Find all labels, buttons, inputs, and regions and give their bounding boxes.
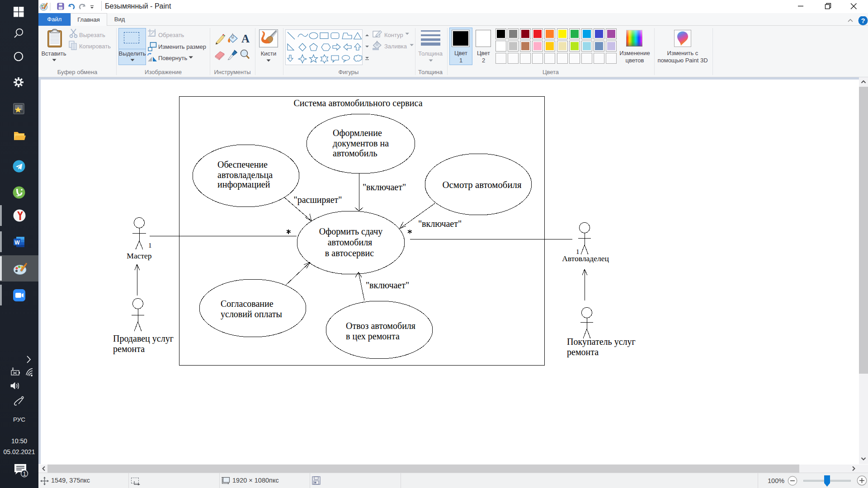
svg-text:"включает": "включает" (418, 219, 462, 229)
svg-text:"включает": "включает" (366, 280, 409, 290)
svg-text:в цех ремонта: в цех ремонта (346, 331, 400, 342)
svg-text:Покупатель услуг: Покупатель услуг (567, 337, 636, 347)
svg-text:ремонта: ремонта (113, 344, 145, 354)
svg-text:автовладельца: автовладельца (217, 170, 273, 180)
svg-text:Мастер: Мастер (127, 251, 152, 260)
svg-text:Согласование: Согласование (221, 299, 274, 309)
svg-text:условий оплаты: условий оплаты (221, 309, 282, 319)
svg-text:Продавец услуг: Продавец услуг (113, 333, 174, 344)
svg-text:Отвоз автомобиля: Отвоз автомобиля (346, 321, 415, 331)
svg-text:в автосервис: в автосервис (325, 248, 374, 258)
svg-text:1: 1 (148, 242, 152, 249)
svg-text:Оформить сдачу: Оформить сдачу (319, 226, 383, 237)
svg-text:"расширяет": "расширяет" (293, 195, 342, 205)
svg-text:ремонта: ремонта (567, 347, 599, 357)
svg-text:информацией: информацией (217, 179, 270, 190)
svg-text:Оформление: Оформление (333, 128, 382, 138)
svg-text:автомобиль: автомобиль (333, 148, 377, 158)
svg-text:Система автомобильного сервиса: Система автомобильного сервиса (293, 98, 422, 108)
svg-text:Автовладелец: Автовладелец (562, 254, 609, 263)
svg-text:автомобиля: автомобиля (328, 237, 373, 247)
svg-text:Обеспечение: Обеспечение (217, 160, 268, 169)
svg-text:документов на: документов на (333, 138, 389, 149)
svg-text:"включает": "включает" (363, 182, 406, 192)
svg-text:Осмотр автомобиля: Осмотр автомобиля (442, 179, 521, 190)
